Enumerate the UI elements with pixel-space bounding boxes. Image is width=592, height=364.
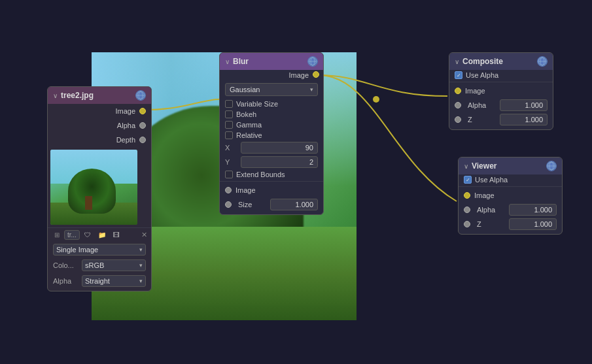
output-depth-label: Depth [116, 136, 135, 144]
composite-node-title: Composite [462, 57, 534, 66]
viewer-z-value[interactable]: 1.000 [509, 218, 557, 230]
toolbar-icon3[interactable]: 📁 [96, 231, 109, 239]
blur-node: ∨ Blur Image Gaussian ▾ Variable Size Bo… [219, 52, 324, 215]
toolbar-close[interactable]: ✕ [141, 231, 147, 239]
output-image-socket[interactable] [139, 108, 146, 114]
color-row: Colo... sRGB ▾ [48, 257, 151, 273]
image-node: ∨ tree2.jpg Image Alpha Depth ⊞ tr... 🛡 … [47, 86, 152, 291]
viewer-node-header[interactable]: ∨ Viewer [459, 157, 562, 174]
relative-label: Relative [236, 131, 262, 139]
gamma-label: Gamma [236, 121, 262, 129]
blur-size-row: Size 1.000 [220, 197, 323, 212]
x-field[interactable]: 90 [241, 142, 318, 154]
blur-type-value: Gaussian [230, 86, 260, 93]
image-node-globe [135, 90, 146, 101]
composite-input-image-row: Image [449, 84, 553, 98]
gamma-row: Gamma [220, 120, 323, 130]
y-label: Y [225, 158, 238, 166]
viewer-input-image-row: Image [459, 188, 562, 203]
bokeh-label: Bokeh [236, 110, 256, 118]
color-label: Colo... [53, 261, 79, 269]
blur-node-globe [307, 56, 318, 67]
single-image-value: Single Image [56, 246, 98, 254]
blur-node-title: Blur [233, 57, 304, 66]
composite-alpha-socket[interactable] [455, 102, 461, 108]
blur-size-value[interactable]: 1.000 [270, 199, 318, 210]
single-image-select[interactable]: Single Image ▾ [53, 244, 146, 256]
single-image-row: Single Image ▾ [48, 242, 151, 257]
alpha-row: Alpha Straight ▾ [48, 273, 151, 291]
viewer-use-alpha-row: ✓ Use Alpha [459, 174, 562, 185]
blur-type-arrow: ▾ [310, 86, 313, 93]
image-node-header[interactable]: ∨ tree2.jpg [48, 87, 151, 104]
viewer-node-title: Viewer [472, 161, 543, 171]
composite-input-image-socket[interactable] [455, 88, 461, 94]
composite-use-alpha-checkbox[interactable]: ✓ [455, 71, 462, 79]
composite-alpha-label: Alpha [468, 101, 497, 109]
output-alpha-socket[interactable] [139, 122, 146, 129]
y-field[interactable]: 2 [241, 156, 318, 168]
composite-alpha-value[interactable]: 1.000 [500, 99, 548, 111]
connection-midpoint [373, 96, 379, 103]
output-image-row: Image [48, 104, 151, 118]
relative-row: Relative [220, 130, 323, 141]
thumb-trunk [85, 196, 92, 210]
composite-node-globe [537, 56, 548, 67]
composite-node-header[interactable]: ∨ Composite [449, 53, 553, 70]
blur-divider [220, 181, 323, 182]
viewer-alpha-value[interactable]: 1.000 [509, 204, 557, 216]
dropdown-arrow-2: ▾ [139, 262, 143, 269]
blur-size-socket[interactable] [225, 201, 232, 208]
variable-size-row: Variable Size [220, 99, 323, 109]
dropdown-arrow-1: ▾ [139, 246, 143, 253]
relative-checkbox[interactable] [225, 131, 233, 139]
viewer-alpha-socket[interactable] [464, 207, 470, 213]
viewer-collapse-arrow[interactable]: ∨ [464, 163, 468, 170]
extend-bounds-checkbox[interactable] [225, 171, 233, 178]
blur-node-header[interactable]: ∨ Blur [220, 53, 323, 70]
blur-input-image-label: Image [235, 186, 256, 194]
gamma-checkbox[interactable] [225, 121, 233, 129]
blur-output-row: Image [220, 70, 323, 80]
composite-divider [449, 82, 553, 82]
output-alpha-label: Alpha [117, 122, 135, 129]
viewer-z-socket[interactable] [464, 221, 470, 227]
blur-output-label: Image [288, 71, 309, 79]
viewer-use-alpha-checkbox[interactable]: ✓ [464, 176, 472, 184]
composite-node: ∨ Composite ✓ Use Alpha Image Alpha 1.00… [449, 52, 553, 130]
bokeh-checkbox[interactable] [225, 110, 233, 118]
blur-type-row: Gaussian ▾ [220, 80, 323, 99]
composite-use-alpha-label: Use Alpha [466, 71, 498, 79]
blur-collapse-arrow[interactable]: ∨ [225, 58, 230, 65]
toolbar-icon1[interactable]: ⊞ [52, 231, 62, 239]
alpha-value: Straight [85, 277, 110, 285]
variable-size-checkbox[interactable] [225, 100, 233, 108]
viewer-input-image-socket[interactable] [464, 192, 470, 199]
x-row: X 90 [220, 141, 323, 155]
blur-size-label: Size [238, 201, 268, 208]
blur-input-image-row: Image [220, 183, 323, 197]
alpha-select[interactable]: Straight ▾ [82, 275, 146, 287]
toolbar-icon2[interactable]: 🛡 [82, 231, 94, 239]
output-depth-socket[interactable] [139, 137, 146, 143]
blur-type-select[interactable]: Gaussian ▾ [225, 83, 318, 96]
blur-output-socket[interactable] [313, 71, 319, 78]
composite-alpha-row: Alpha 1.000 [449, 98, 553, 112]
color-select[interactable]: sRGB ▾ [82, 259, 146, 271]
output-depth-row: Depth [48, 133, 151, 147]
color-value: sRGB [85, 261, 104, 269]
y-row: Y 2 [220, 155, 323, 169]
composite-collapse-arrow[interactable]: ∨ [455, 58, 459, 65]
output-image-label: Image [115, 107, 135, 115]
collapse-arrow[interactable]: ∨ [53, 92, 58, 99]
blur-input-image-socket[interactable] [225, 187, 232, 193]
variable-size-label: Variable Size [236, 100, 278, 108]
viewer-z-row: Z 1.000 [459, 217, 562, 231]
viewer-node-globe [546, 161, 557, 171]
image-node-title: tree2.jpg [61, 91, 132, 100]
viewer-node: ∨ Viewer ✓ Use Alpha Image Alpha 1.000 Z… [458, 157, 563, 235]
toolbar-icon4[interactable]: 🎞 [111, 231, 122, 239]
composite-z-socket[interactable] [455, 116, 461, 123]
image-thumbnail [50, 150, 137, 225]
composite-z-value[interactable]: 1.000 [500, 114, 548, 125]
